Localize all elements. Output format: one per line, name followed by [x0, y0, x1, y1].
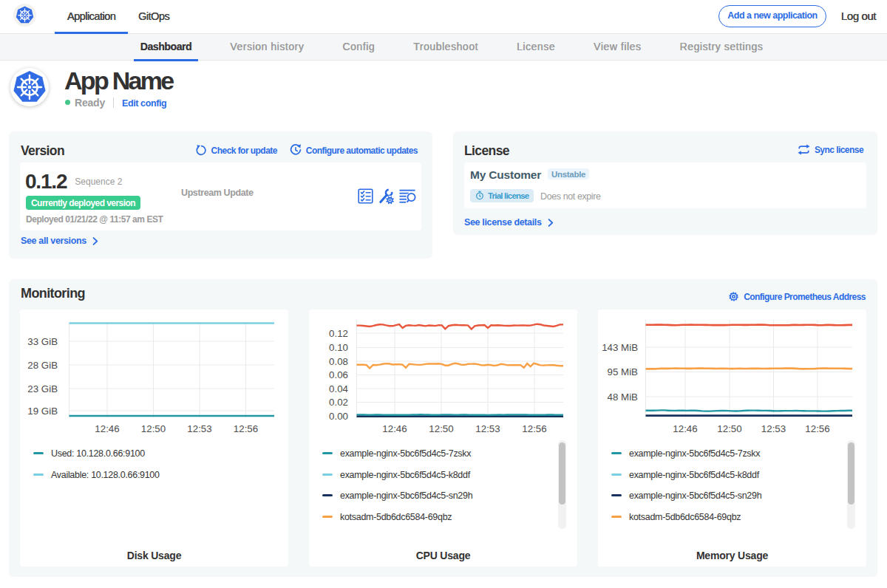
svg-text:28 GiB: 28 GiB	[27, 360, 58, 371]
svg-text:12:53: 12:53	[187, 423, 211, 434]
svg-text:48 MiB: 48 MiB	[608, 392, 639, 403]
svg-text:23 GiB: 23 GiB	[27, 383, 58, 394]
svg-text:143 MiB: 143 MiB	[602, 342, 638, 353]
svg-text:0.02: 0.02	[329, 397, 348, 408]
svg-text:0.00: 0.00	[329, 411, 348, 422]
svg-text:12:46: 12:46	[382, 423, 407, 434]
svg-text:0.08: 0.08	[329, 356, 348, 367]
svg-text:12:46: 12:46	[673, 423, 697, 434]
svg-text:19 GiB: 19 GiB	[27, 406, 58, 417]
svg-text:12:53: 12:53	[761, 423, 786, 434]
svg-text:12:50: 12:50	[717, 423, 741, 434]
svg-text:0.04: 0.04	[329, 383, 348, 394]
svg-text:33 GiB: 33 GiB	[27, 336, 58, 347]
svg-text:12:56: 12:56	[522, 423, 546, 434]
svg-text:12:56: 12:56	[805, 423, 829, 434]
svg-text:12:53: 12:53	[475, 423, 500, 434]
svg-text:0.06: 0.06	[329, 369, 348, 380]
svg-text:12:50: 12:50	[141, 423, 166, 434]
svg-text:12:56: 12:56	[234, 423, 258, 434]
svg-text:12:46: 12:46	[95, 423, 119, 434]
svg-text:0.12: 0.12	[329, 328, 348, 339]
svg-text:12:50: 12:50	[429, 423, 453, 434]
svg-text:0.10: 0.10	[329, 342, 348, 353]
svg-text:95 MiB: 95 MiB	[608, 366, 639, 377]
